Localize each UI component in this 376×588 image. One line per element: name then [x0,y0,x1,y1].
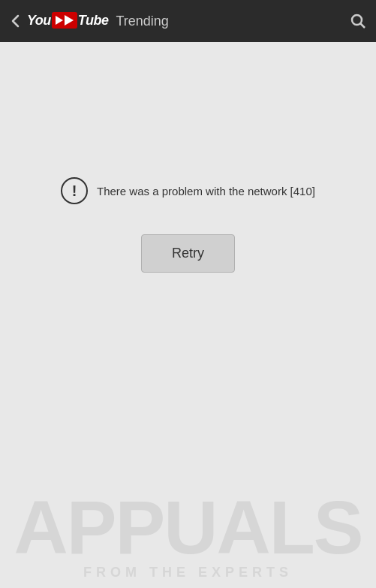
watermark-logo: APPUALS [14,490,362,565]
back-button[interactable] [9,13,23,29]
error-text: There was a problem with the network [41… [97,183,315,199]
watermark-appuals: APPUALS [14,485,362,569]
error-section: ! There was a problem with the network [… [0,177,376,273]
yt-you-text: You [27,13,51,28]
main-content: ! There was a problem with the network [… [0,42,376,588]
svg-point-0 [352,15,362,25]
retry-button[interactable]: Retry [141,234,235,273]
error-icon-label: ! [72,182,77,200]
youtube-logo: YouTube [27,13,109,29]
search-button[interactable] [349,12,367,30]
error-icon: ! [61,177,88,204]
watermark: APPUALS FROM THE EXPERTS [0,438,376,588]
toolbar-title: Trending [116,14,350,29]
yt-tube-text: Tube [78,13,109,28]
svg-line-1 [361,24,365,29]
toolbar: YouTube Trending [0,0,376,42]
watermark-sub: FROM THE EXPERTS [83,565,293,580]
error-message-row: ! There was a problem with the network [… [31,177,345,204]
